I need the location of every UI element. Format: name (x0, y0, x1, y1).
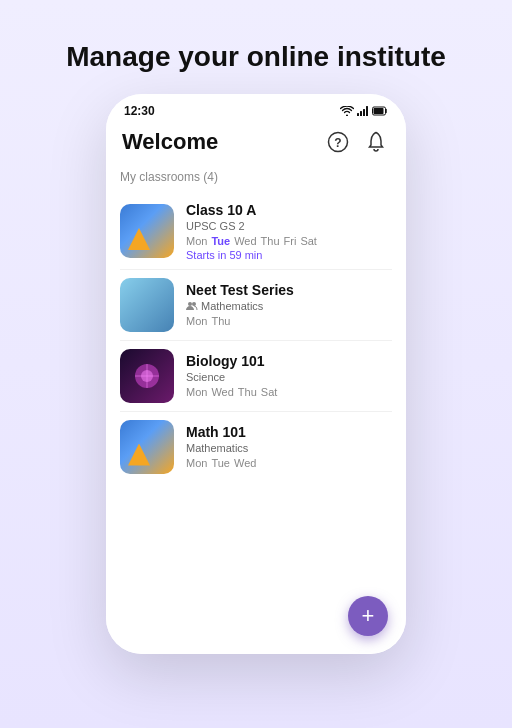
svg-point-8 (188, 302, 192, 306)
thumb-math101 (120, 420, 174, 474)
card-subtitle-bio101: Science (186, 371, 392, 383)
app-title: Welcome (122, 129, 218, 155)
svg-rect-0 (357, 113, 359, 116)
card-info-class10a: Class 10 A UPSC GS 2 Mon Tue Wed Thu Fri… (186, 202, 392, 261)
thumb-bio101 (120, 349, 174, 403)
thumb-neet (120, 278, 174, 332)
card-name-neet: Neet Test Series (186, 282, 392, 298)
page-headline: Manage your online institute (36, 0, 476, 94)
svg-rect-3 (366, 106, 368, 116)
classroom-card-math101[interactable]: Math 101 Mathematics Mon Tue Wed (120, 412, 392, 482)
status-time: 12:30 (124, 104, 155, 118)
svg-rect-2 (363, 109, 365, 116)
wifi-icon (340, 106, 354, 116)
classroom-card-neet[interactable]: Neet Test Series Mathematics Mon Thu (120, 270, 392, 341)
signal-icon (357, 106, 369, 116)
card-days-neet: Mon Thu (186, 315, 392, 327)
app-header: Welcome ? (106, 122, 406, 166)
notification-button[interactable] (362, 128, 390, 156)
classroom-card-bio101[interactable]: Biology 101 Science Mon Wed Thu Sat (120, 341, 392, 412)
card-days-math101: Mon Tue Wed (186, 457, 392, 469)
card-name-class10a: Class 10 A (186, 202, 392, 218)
card-days-bio101: Mon Wed Thu Sat (186, 386, 392, 398)
card-days-class10a: Mon Tue Wed Thu Fri Sat (186, 235, 392, 247)
classrooms-content: My classrooms (4) Class 10 A UPSC GS 2 M… (106, 166, 406, 654)
header-icons: ? (324, 128, 390, 156)
card-subtitle-class10a: UPSC GS 2 (186, 220, 392, 232)
bio-thumb-icon (129, 358, 165, 394)
card-info-math101: Math 101 Mathematics Mon Tue Wed (186, 424, 392, 469)
status-bar: 12:30 (106, 94, 406, 122)
help-button[interactable]: ? (324, 128, 352, 156)
phone-frame: 12:30 Welcome (106, 94, 406, 654)
card-subtitle-neet: Mathematics (186, 300, 392, 312)
card-name-math101: Math 101 (186, 424, 392, 440)
status-icons (340, 106, 388, 116)
svg-text:?: ? (334, 135, 341, 149)
section-label: My classrooms (4) (120, 170, 392, 184)
battery-icon (372, 106, 388, 116)
card-subtitle-math101: Mathematics (186, 442, 392, 454)
card-name-bio101: Biology 101 (186, 353, 392, 369)
fab-add-button[interactable]: + (348, 596, 388, 636)
svg-point-9 (192, 302, 196, 306)
people-icon (186, 301, 198, 311)
svg-rect-5 (374, 108, 384, 114)
thumb-class10a (120, 204, 174, 258)
classroom-card-class10a[interactable]: Class 10 A UPSC GS 2 Mon Tue Wed Thu Fri… (120, 194, 392, 270)
svg-rect-1 (360, 111, 362, 116)
card-starts-class10a: Starts in 59 min (186, 249, 392, 261)
card-info-bio101: Biology 101 Science Mon Wed Thu Sat (186, 353, 392, 398)
card-info-neet: Neet Test Series Mathematics Mon Thu (186, 282, 392, 327)
